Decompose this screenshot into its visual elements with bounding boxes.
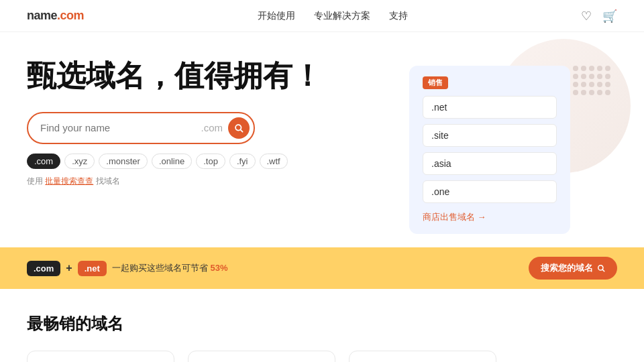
header: name.com 开始使用 专业解决方案 支持 ♡ 🛒 [0,0,644,32]
domain-item-site[interactable]: .site [423,124,557,147]
search-input[interactable] [40,122,195,133]
bestsellers-section: 最畅销的域名 销售 .com 最资深的通用顶级域名，全球数百万企业与个人在用 /… [0,289,644,362]
tld-tag-fyi[interactable]: .fyi [229,154,256,169]
promo-banner: .com + .net 一起购买这些域名可节省 53% 搜索您的域名 [0,247,644,289]
hero-left: 甄选域名，值得拥有！ .com .com .xyz .monster .onli… [27,59,322,187]
domain-item-one[interactable]: .one [423,180,557,203]
card-com: 销售 .com 最资深的通用顶级域名，全球数百万企业与个人在用 / 第一年 购买… [27,351,174,362]
promo-search-button[interactable]: 搜索您的域名 [529,257,617,280]
shop-link[interactable]: 商店出售域名 → [423,211,486,223]
hero-section: 甄选域名，值得拥有！ .com .com .xyz .monster .onli… [0,32,644,247]
tld-tag-wtf[interactable]: .wtf [260,154,288,169]
bulk-search-link[interactable]: 批量搜索查查 [45,176,93,186]
nav-solutions[interactable]: 专业解决方案 [314,10,370,22]
promo-btn-label: 搜索您的域名 [541,262,593,274]
header-icons: ♡ 🛒 [581,9,617,23]
domain-item-net[interactable]: .net [423,96,557,119]
card-xyz: 销售 .xyz 功能强、故障低、用户广、行业多 / 第一年 搜索 .xyz [188,351,335,362]
tld-tag-com[interactable]: .com [27,154,60,169]
promo-badge-net: .net [78,261,107,276]
promo-text: 一起购买这些域名可节省 53% [112,262,228,274]
domain-item-asia[interactable]: .asia [423,152,557,175]
promo-text-main: 一起购买这些域名可节省 [112,263,208,273]
tld-tag-xyz[interactable]: .xyz [64,154,95,169]
decorative-dots [573,66,610,95]
search-icon [234,123,244,133]
svg-line-1 [241,129,243,131]
promo-search-icon [597,264,605,272]
search-suffix: .com [201,122,223,133]
bulk-label: 使用 [27,176,43,186]
promo-highlight: 53% [210,263,227,273]
nav-support[interactable]: 支持 [389,10,408,22]
search-button[interactable] [228,117,250,139]
card-monster: 销售 .monster 理想空间，释放无限想象力。 / 第一年 搜索 .mons… [349,351,496,362]
logo: name.com [27,9,84,23]
tld-tag-monster[interactable]: .monster [99,154,148,169]
section-title: 最畅销的域名 [27,313,617,335]
tld-tag-top[interactable]: .top [196,154,225,169]
hero-title: 甄选域名，值得拥有！ [27,59,322,93]
promo-badge-com: .com [27,261,60,276]
svg-line-3 [602,269,604,271]
cards-row: 销售 .com 最资深的通用顶级域名，全球数百万企业与个人在用 / 第一年 购买… [27,351,617,362]
domain-card: 销售 .net .site .asia .one 商店出售域名 → [409,66,570,234]
promo-left: .com + .net 一起购买这些域名可节省 53% [27,261,227,276]
bulk-suffix: 找域名 [96,176,120,186]
main-nav: 开始使用 专业解决方案 支持 [258,10,408,22]
promo-plus: + [66,262,72,274]
nav-start[interactable]: 开始使用 [258,10,295,22]
heart-icon[interactable]: ♡ [581,9,592,23]
tld-tags: .com .xyz .monster .online .top .fyi .wt… [27,154,322,169]
hero-right: 销售 .net .site .asia .one 商店出售域名 → [389,59,617,234]
tld-tag-online[interactable]: .online [152,154,192,169]
search-box: .com [27,112,255,144]
bulk-search: 使用 批量搜索查查 找域名 [27,176,322,187]
sale-badge: 销售 [423,76,448,89]
cart-icon[interactable]: 🛒 [602,9,617,23]
